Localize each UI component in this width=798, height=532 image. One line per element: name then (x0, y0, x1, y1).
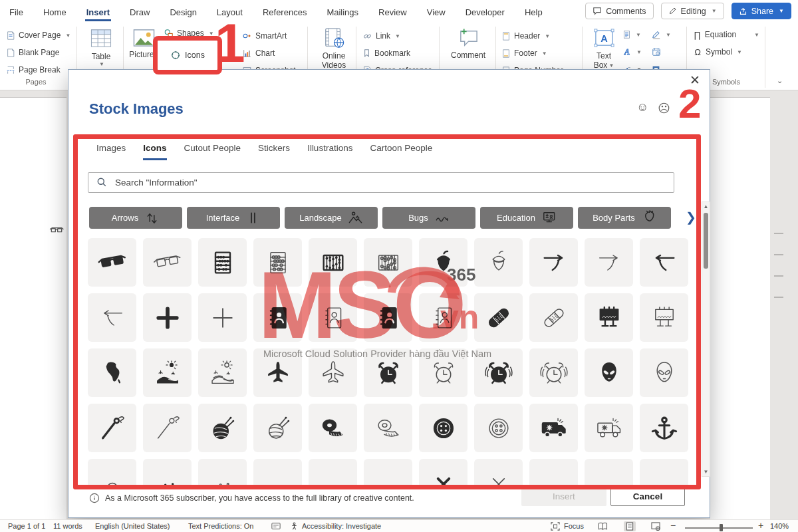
menu-tab-insert[interactable]: Insert (85, 1, 111, 21)
chevron-down-icon: ▼ (666, 32, 671, 38)
comment-bubble-icon (593, 7, 602, 15)
pages-group-label: Pages (16, 78, 56, 86)
menu-tab-home[interactable]: Home (42, 1, 68, 21)
svg-text:A: A (624, 47, 630, 57)
page-count[interactable]: Page 1 of 1 (8, 522, 45, 530)
bookmark-button[interactable]: Bookmark (362, 48, 410, 59)
new-comment-button[interactable]: Comment (448, 27, 488, 60)
zoom-in-button[interactable]: + (758, 520, 763, 531)
language-indicator[interactable]: English (United States) (95, 522, 170, 530)
table-button[interactable]: Table ▼ (85, 27, 117, 67)
ruler-tick (774, 297, 783, 298)
page-break-button[interactable]: Page Break (6, 65, 61, 75)
share-button[interactable]: Share▼ (732, 3, 791, 19)
dialog-scrollbar[interactable]: ▲ ▼ (702, 201, 710, 477)
ruler-tick (774, 254, 783, 255)
menu-tab-review[interactable]: Review (377, 1, 408, 21)
inserted-glasses-object[interactable] (49, 225, 64, 236)
wordart-button[interactable]: A ▼ (622, 47, 642, 57)
symbol-icon: Ω (693, 47, 702, 57)
dialog-title: Stock Images (89, 100, 184, 118)
chart-button[interactable]: Chart (242, 48, 275, 59)
bookmark-icon (362, 49, 371, 58)
comments-button[interactable]: Comments (585, 3, 653, 19)
menu-tab-draw[interactable]: Draw (128, 1, 151, 21)
chevron-down-icon: ▼ (779, 8, 784, 14)
group-separator (765, 27, 765, 88)
menu-tab-help[interactable]: Help (523, 1, 544, 21)
online-videos-button[interactable]: Online Videos (317, 27, 351, 70)
chevron-down-icon: ▼ (65, 33, 70, 39)
smartart-button[interactable]: SmartArt (242, 31, 287, 41)
chevron-down-icon: ▼ (636, 32, 641, 38)
document-page-left[interactable] (0, 97, 66, 519)
text-predictions-icon[interactable] (271, 522, 281, 531)
menu-tab-mailings[interactable]: Mailings (325, 1, 360, 21)
window-actions: Comments Editing▼ Share▼ (585, 3, 791, 19)
chevron-down-icon: ▼ (608, 63, 614, 68)
signature-pen-icon (652, 30, 661, 39)
menu-tab-references[interactable]: References (261, 1, 308, 21)
read-mode-icon[interactable] (598, 522, 608, 531)
focus-mode[interactable]: Focus (564, 522, 584, 530)
scroll-up-icon[interactable]: ▲ (703, 203, 709, 209)
equation-icon: ∏ (693, 30, 702, 40)
word-count[interactable]: 11 words (53, 522, 82, 530)
wordart-icon: A (622, 47, 632, 57)
annotation-step-2: 2 (678, 82, 701, 125)
icons-ribbon-button[interactable]: Icons (153, 36, 222, 74)
web-layout-icon[interactable] (651, 522, 660, 531)
link-icon (362, 32, 372, 41)
symbol-button[interactable]: Ω Symbol ▼ (693, 47, 742, 57)
text-predictions[interactable]: Text Predictions: On (188, 522, 253, 530)
annotation-highlight-rect (73, 134, 701, 489)
cover-page-button[interactable]: Cover Page▼ (6, 30, 70, 41)
zoom-level[interactable]: 140% (770, 522, 789, 530)
pencil-icon (668, 7, 677, 15)
pictures-icon (133, 29, 155, 47)
chevron-down-icon: ▼ (99, 61, 104, 67)
collapse-ribbon-chevron[interactable]: ⌄ (777, 75, 783, 86)
text-box-icon: A (593, 27, 615, 49)
feedback-smile-icon[interactable]: ☺ (636, 100, 648, 114)
footer-icon (501, 49, 511, 59)
chevron-down-icon: ▼ (545, 33, 550, 39)
status-bar: Page 1 of 1 11 words English (United Sta… (0, 519, 798, 532)
accessibility-icon[interactable] (290, 522, 299, 531)
scrollbar-thumb[interactable] (704, 213, 708, 269)
editing-mode-button[interactable]: Editing▼ (661, 3, 724, 19)
menu-tab-design[interactable]: Design (168, 1, 198, 21)
text-box-button[interactable]: A Text Box▼ (591, 27, 617, 70)
date-time-button[interactable] (652, 47, 661, 57)
header-button[interactable]: Header▼ (501, 31, 550, 41)
chevron-down-icon: ▼ (395, 33, 400, 39)
header-icon (501, 31, 511, 41)
menu-tab-view[interactable]: View (426, 1, 447, 21)
page-break-icon (6, 65, 15, 75)
feedback-frown-icon[interactable]: ☹ (658, 101, 670, 116)
focus-icon[interactable] (551, 522, 560, 531)
zoom-out-button[interactable]: − (670, 520, 676, 531)
signature-line-button[interactable]: ▼ (652, 29, 671, 40)
accessibility-status[interactable]: Accessibility: Investigate (302, 522, 381, 530)
menu-tab-file[interactable]: File (8, 1, 25, 21)
ruler-tick (774, 275, 783, 277)
chevron-down-icon: ▼ (542, 51, 547, 57)
link-button[interactable]: Link▼ (362, 31, 400, 41)
print-layout-icon[interactable] (624, 521, 636, 531)
quick-parts-button[interactable]: ▼ (622, 29, 641, 40)
subscriber-note: As a Microsoft 365 subscriber, you have … (89, 493, 414, 503)
zoom-slider-thumb[interactable] (720, 524, 723, 531)
chevron-down-icon: ▼ (712, 8, 717, 14)
menu-tab-developer[interactable]: Developer (464, 1, 506, 21)
quick-parts-icon (622, 30, 631, 39)
scroll-down-icon[interactable]: ▼ (703, 469, 709, 475)
blank-page-button[interactable]: Blank Page (6, 47, 59, 58)
menu-bar: FileHomeInsertDrawDesignLayoutReferences… (0, 0, 798, 22)
equation-button[interactable]: ∏ Equation ▼ (693, 29, 759, 40)
footer-button[interactable]: Footer▼ (501, 48, 547, 59)
share-icon (739, 7, 747, 15)
zoom-slider-track[interactable] (685, 527, 753, 529)
document-page-right[interactable] (710, 97, 770, 519)
date-time-icon (652, 47, 661, 57)
